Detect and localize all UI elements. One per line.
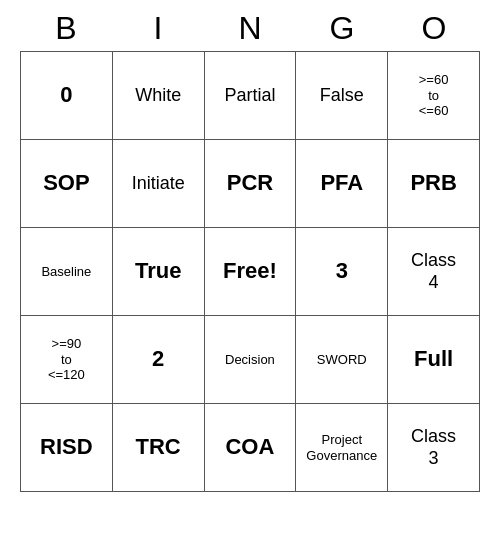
title-b: B (22, 10, 110, 47)
title-o: O (390, 10, 478, 47)
cell-r0-c1: White (112, 52, 204, 140)
cell-r4-c4: Class3 (388, 404, 480, 492)
cell-r3-c3: SWORD (296, 316, 388, 404)
cell-r1-c1: Initiate (112, 140, 204, 228)
title-i: I (114, 10, 202, 47)
cell-r1-c2: PCR (204, 140, 296, 228)
cell-r0-c3: False (296, 52, 388, 140)
cell-r4-c3: ProjectGovernance (296, 404, 388, 492)
cell-r0-c4: >=60to<=60 (388, 52, 480, 140)
cell-r4-c2: COA (204, 404, 296, 492)
cell-r3-c0: >=90to<=120 (21, 316, 113, 404)
cell-r1-c4: PRB (388, 140, 480, 228)
cell-r4-c0: RISD (21, 404, 113, 492)
bingo-grid: 0WhitePartialFalse>=60to<=60SOPInitiateP… (20, 51, 480, 492)
cell-r3-c4: Full (388, 316, 480, 404)
cell-r3-c1: 2 (112, 316, 204, 404)
title-g: G (298, 10, 386, 47)
cell-r0-c2: Partial (204, 52, 296, 140)
cell-r2-c0: Baseline (21, 228, 113, 316)
cell-r3-c2: Decision (204, 316, 296, 404)
cell-r2-c2: Free! (204, 228, 296, 316)
cell-r2-c3: 3 (296, 228, 388, 316)
cell-r1-c0: SOP (21, 140, 113, 228)
cell-r0-c0: 0 (21, 52, 113, 140)
cell-r4-c1: TRC (112, 404, 204, 492)
cell-r2-c1: True (112, 228, 204, 316)
cell-r1-c3: PFA (296, 140, 388, 228)
bingo-title: B I N G O (20, 10, 480, 47)
title-n: N (206, 10, 294, 47)
cell-r2-c4: Class4 (388, 228, 480, 316)
